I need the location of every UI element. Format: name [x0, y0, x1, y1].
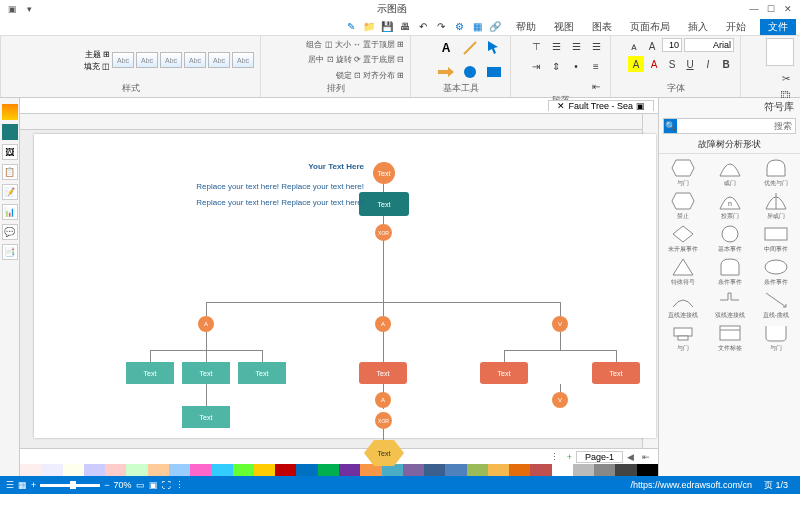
circle-shape-icon[interactable] — [460, 62, 480, 82]
qat-undo-icon[interactable]: ↶ — [416, 20, 430, 34]
diag-top-circle[interactable]: Text — [373, 162, 395, 184]
page-add[interactable]: + — [563, 452, 576, 462]
align-right-icon[interactable]: ☰ — [588, 38, 604, 54]
align-top-icon[interactable]: ⊤ — [528, 38, 544, 54]
qat-new-icon[interactable]: ✎ — [344, 20, 358, 34]
search-input[interactable] — [677, 121, 795, 131]
outdent-icon[interactable]: ⇤ — [588, 78, 604, 94]
bullets-icon[interactable]: • — [568, 58, 584, 74]
shape-15[interactable]: 与门 — [754, 321, 798, 352]
color-7[interactable] — [488, 464, 509, 476]
text-tool-icon[interactable]: A — [436, 38, 456, 58]
page-nav-prev[interactable]: ◀ — [623, 452, 638, 462]
qat-open-icon[interactable]: 📁 — [362, 20, 376, 34]
spacing-icon[interactable]: ⇕ — [548, 58, 564, 74]
color-15[interactable] — [318, 464, 339, 476]
color-21[interactable] — [190, 464, 211, 476]
diag-txt3[interactable]: Replace your text here! Replace your tex… — [134, 198, 364, 207]
menu-help[interactable]: 帮助 — [512, 20, 540, 34]
diag-a1[interactable]: A — [198, 316, 214, 332]
fill-button[interactable]: ◫ 填充 — [84, 61, 110, 72]
arr-7[interactable]: ⊞ 对齐分布 — [363, 70, 404, 81]
font-name-select[interactable]: Arial — [684, 38, 734, 52]
qat-gear-icon[interactable]: ⚙ — [452, 20, 466, 34]
lt-chart-icon[interactable]: 📊 — [2, 204, 18, 220]
qat-save-icon[interactable]: 💾 — [380, 20, 394, 34]
highlight-icon[interactable]: A — [628, 56, 644, 72]
diag-teal-box[interactable]: Text — [359, 192, 409, 216]
menu-layout[interactable]: 页面布局 — [626, 20, 674, 34]
shape-2[interactable]: 与门 — [661, 156, 705, 187]
italic-icon[interactable]: I — [700, 56, 716, 72]
shape-5[interactable]: 禁止 — [661, 189, 705, 220]
lt-image-icon[interactable]: 🖼 — [2, 144, 18, 160]
color-27[interactable] — [63, 464, 84, 476]
lt-note-icon[interactable]: 📝 — [2, 184, 18, 200]
arr-3[interactable]: ◫ 组合 — [306, 39, 332, 50]
lt-clip-icon[interactable]: 📋 — [2, 164, 18, 180]
shape-9[interactable]: 条件事件 — [754, 255, 798, 286]
dropdown-icon[interactable]: ▾ — [21, 1, 37, 17]
diag-xor2[interactable]: XOR — [375, 412, 392, 429]
style-5[interactable]: Abc — [136, 52, 158, 68]
view-list-icon[interactable]: ☰ — [6, 480, 14, 490]
qat-link-icon[interactable]: 🔗 — [488, 20, 502, 34]
shape-7[interactable]: 基本事件 — [707, 222, 751, 253]
color-14[interactable] — [339, 464, 360, 476]
bold-icon[interactable]: B — [718, 56, 734, 72]
arr-5[interactable]: ⟳ 旋转 — [336, 54, 361, 65]
color-2[interactable] — [594, 464, 615, 476]
indent-icon[interactable]: ⇥ — [528, 58, 544, 74]
shape-8[interactable]: 未开展事件 — [661, 222, 705, 253]
diag-txt2[interactable]: Replace your text here! Replace your tex… — [134, 182, 364, 191]
color-20[interactable] — [211, 464, 232, 476]
font-size-select[interactable]: 10 — [662, 38, 682, 52]
align-left-icon[interactable]: ☰ — [548, 38, 564, 54]
diag-g4[interactable]: Text — [182, 406, 230, 428]
shape-3[interactable]: 异或门 — [754, 189, 798, 220]
lt-logo-icon[interactable] — [2, 104, 18, 120]
strike-icon[interactable]: S — [664, 56, 680, 72]
align-mid-icon[interactable]: ≡ — [588, 58, 604, 74]
shape-6[interactable]: 中间事件 — [754, 222, 798, 253]
diag-a2[interactable]: A — [375, 316, 391, 332]
menu-view[interactable]: 视图 — [550, 20, 578, 34]
color-18[interactable] — [254, 464, 275, 476]
status-menu-icon[interactable]: ⋮ — [175, 480, 184, 490]
color-1[interactable] — [615, 464, 636, 476]
qat-redo-icon[interactable]: ↷ — [434, 20, 448, 34]
page-menu[interactable]: ⋮ — [546, 452, 563, 462]
drawing-page[interactable]: Text Text XOR Your Text Here Replace you… — [34, 134, 656, 438]
diag-a3[interactable]: A — [375, 392, 391, 408]
line-tool-icon[interactable] — [460, 38, 480, 58]
lt-layer-icon[interactable]: 📑 — [2, 244, 18, 260]
diag-g2[interactable]: Text — [182, 362, 230, 384]
shape-0[interactable]: 优先与门 — [754, 156, 798, 187]
view-fit-icon[interactable]: ▣ — [149, 480, 158, 490]
color-6[interactable] — [509, 464, 530, 476]
style-3[interactable]: Abc — [184, 52, 206, 68]
minimize-icon[interactable]: — — [746, 1, 762, 17]
lt-select-icon[interactable] — [2, 124, 18, 140]
style-1[interactable]: Abc — [232, 52, 254, 68]
view-page-icon[interactable]: ▭ — [136, 480, 145, 490]
shape-17[interactable]: 与门 — [661, 321, 705, 352]
paste-button[interactable] — [766, 38, 794, 66]
doc-tab[interactable]: ▣Fault Tree - Sea✕ — [548, 100, 654, 111]
color-3[interactable] — [573, 464, 594, 476]
page-tab-1[interactable]: Page-1 — [576, 451, 623, 463]
diag-title[interactable]: Your Text Here — [204, 162, 364, 171]
color-22[interactable] — [169, 464, 190, 476]
menu-chart[interactable]: 图表 — [588, 20, 616, 34]
arrow-shape-icon[interactable] — [436, 62, 456, 82]
color-29[interactable] — [20, 464, 41, 476]
diag-v2[interactable]: V — [552, 392, 568, 408]
grow-font-icon[interactable]: A — [644, 38, 660, 54]
zoom-out-icon[interactable]: − — [104, 480, 109, 490]
diag-r2[interactable]: Text — [480, 362, 528, 384]
color-24[interactable] — [126, 464, 147, 476]
diag-g1[interactable]: Text — [126, 362, 174, 384]
arr-8[interactable]: ⊡ 锁定 — [336, 70, 361, 81]
color-8[interactable] — [467, 464, 488, 476]
shape-category[interactable]: 故障树分析形状 — [659, 136, 800, 154]
